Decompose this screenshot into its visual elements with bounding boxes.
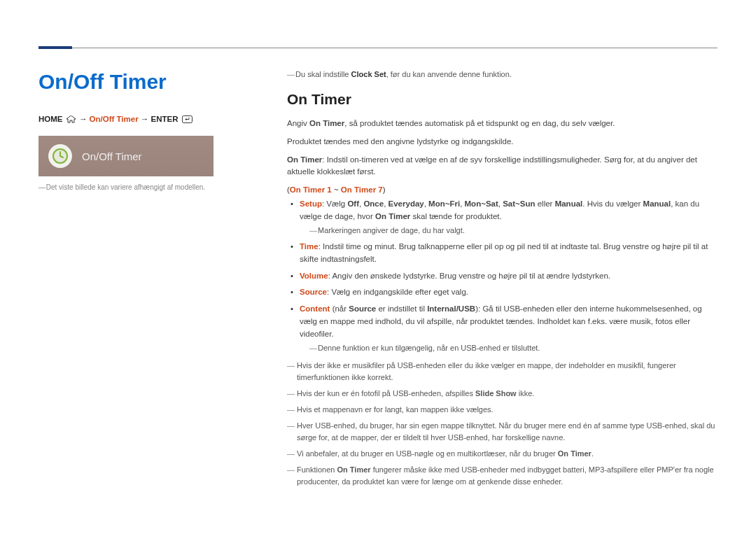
footnote-1: Hvis der ikke er musikfiler på USB-enhed… [287,360,718,384]
section-title: On Timer [287,91,718,108]
page-title: On/Off Timer [38,70,259,94]
footnote-6: Funktionen On Timer fungerer måske ikke … [287,464,718,488]
top-divider [38,48,718,48]
enter-icon [182,115,192,123]
top-divider-accent [38,46,72,49]
option-content: Content (når Source er indstillet til In… [300,303,718,353]
intro-p1: Angiv On Timer, så produktet tændes auto… [287,118,718,130]
two-column-layout: On/Off Timer HOME → On/Off Timer → ENTER… [38,70,718,492]
option-setup: Setup: Vælg Off, Once, Everyday, Mon~Fri… [300,198,718,237]
timer-icon [48,144,72,168]
footnote-2: Hvis der kun er én fotofil på USB-enhede… [287,388,718,400]
footnotes: Hvis der ikke er musikfiler på USB-enhed… [287,360,718,488]
content-subnote: Denne funktion er kun tilgængelig, når e… [309,342,718,354]
breadcrumb-enter: ENTER [151,115,178,123]
screenshot-label: On/Off Timer [82,150,142,162]
right-column: Du skal indstille Clock Set, før du kan … [287,70,718,492]
intro-p2: Produktet tændes med den angivne lydstyr… [287,136,718,148]
footnote-4: Hver USB-enhed, du bruger, har sin egen … [287,420,718,444]
intro-p3: On Timer: Indstil on-timeren ved at vælg… [287,154,718,179]
feature-screenshot: On/Off Timer [38,136,214,176]
timer-range: (On Timer 1 ~ On Timer 7) [287,185,718,194]
left-column: On/Off Timer HOME → On/Off Timer → ENTER… [38,70,287,492]
footnote-5: Vi anbefaler, at du bruger en USB-nøgle … [287,448,718,460]
breadcrumb-home: HOME [38,115,63,123]
setup-subnote: Markeringen angiver de dage, du har valg… [309,225,718,237]
home-icon [66,115,76,123]
option-volume: Volume: Angiv den ønskede lydstyrke. Bru… [300,270,718,283]
clock-set-note: Du skal indstille Clock Set, før du kan … [287,70,718,78]
options-list: Setup: Vælg Off, Once, Everyday, Mon~Fri… [287,198,718,353]
model-note: Det viste billede kan variere afhængigt … [38,183,259,191]
breadcrumb: HOME → On/Off Timer → ENTER [38,115,259,123]
breadcrumb-path: On/Off Timer [90,115,139,123]
option-source: Source: Vælg en indgangskilde efter eget… [300,286,718,299]
option-time: Time: Indstil time og minut. Brug talkna… [300,241,718,266]
footnote-3: Hvis et mappenavn er for langt, kan mapp… [287,404,718,416]
